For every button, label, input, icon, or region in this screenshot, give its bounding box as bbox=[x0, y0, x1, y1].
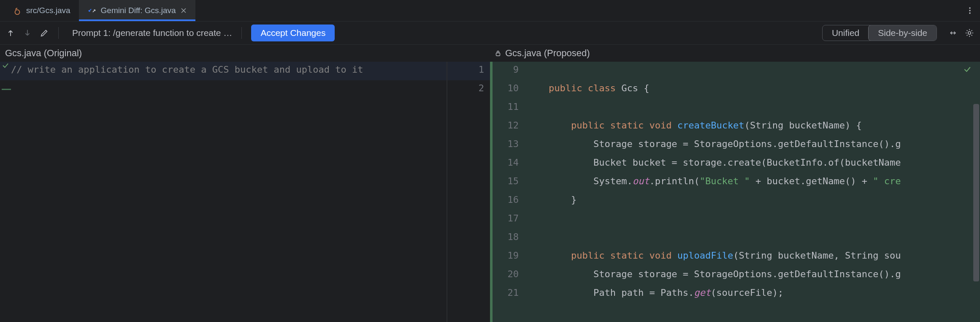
code-line: 16 } bbox=[493, 192, 980, 210]
code-text bbox=[526, 229, 980, 232]
code-text: } bbox=[526, 192, 980, 205]
code-text: Path path = Paths.get(sourceFile); bbox=[526, 285, 980, 298]
code-text: public class Gcs { bbox=[526, 80, 980, 93]
diff-icon bbox=[87, 6, 97, 15]
more-icon[interactable] bbox=[960, 6, 980, 15]
code-line: 15 System.out.println("Bucket " + bucket… bbox=[493, 173, 980, 192]
code-text: Bucket bucket = storage.create(BucketInf… bbox=[526, 155, 980, 168]
tab-label: src/Gcs.java bbox=[26, 6, 70, 15]
line-number: 14 bbox=[493, 155, 526, 168]
line-number: 1 bbox=[465, 62, 490, 75]
java-file-icon bbox=[13, 6, 22, 15]
code-text: Storage storage = StorageOptions.getDefa… bbox=[526, 266, 980, 279]
divider bbox=[241, 27, 242, 39]
code-line: 11 bbox=[493, 99, 980, 117]
line-number: 17 bbox=[493, 210, 526, 224]
scrollbar-thumb[interactable] bbox=[973, 104, 979, 281]
code-line: 2 bbox=[0, 80, 490, 99]
lock-icon bbox=[494, 49, 502, 57]
code-text bbox=[11, 80, 465, 83]
line-number: 9 bbox=[493, 62, 526, 75]
svg-point-2 bbox=[969, 10, 970, 11]
original-pane[interactable]: // write an application to create a GCS … bbox=[0, 62, 490, 322]
code-line: 19 public static void uploadFile(String … bbox=[493, 248, 980, 266]
code-line: 13 Storage storage = StorageOptions.getD… bbox=[493, 136, 980, 155]
view-unified-button[interactable]: Unified bbox=[823, 25, 869, 41]
gutter-separator bbox=[447, 62, 447, 322]
next-diff-icon[interactable] bbox=[23, 28, 32, 38]
code-text: Storage storage = StorageOptions.getDefa… bbox=[526, 136, 980, 149]
line-number: 16 bbox=[493, 192, 526, 205]
original-header: Gcs.java (Original) bbox=[0, 48, 490, 59]
svg-point-3 bbox=[969, 12, 970, 14]
code-text: public static void createBucket(String b… bbox=[526, 117, 980, 131]
tab-label: Gemini Diff: Gcs.java bbox=[101, 6, 176, 15]
gear-icon[interactable] bbox=[965, 28, 974, 38]
collapse-icon[interactable] bbox=[949, 29, 957, 37]
tab-src-gcs[interactable]: src/Gcs.java bbox=[4, 0, 79, 21]
tab-bar: src/Gcs.java Gemini Diff: Gcs.java bbox=[0, 0, 980, 22]
code-text bbox=[526, 99, 980, 101]
code-text bbox=[526, 62, 980, 64]
code-text: public static void uploadFile(String buc… bbox=[526, 248, 980, 261]
line-number: 10 bbox=[493, 80, 526, 93]
line-number: 18 bbox=[493, 229, 526, 242]
proposed-header-label: Gcs.java (Proposed) bbox=[505, 48, 590, 59]
code-line: 17 bbox=[493, 210, 980, 229]
view-mode-toggle: Unified Side-by-side bbox=[822, 25, 937, 41]
pane-headers: Gcs.java (Original) Gcs.java (Proposed) bbox=[0, 45, 980, 62]
svg-point-1 bbox=[969, 7, 970, 8]
code-line: 20 Storage storage = StorageOptions.getD… bbox=[493, 266, 980, 285]
prompt-label: Prompt 1: /generate function to create … bbox=[68, 28, 232, 38]
line-number: 21 bbox=[493, 285, 526, 298]
close-icon[interactable] bbox=[180, 7, 187, 14]
code-line: 10 public class Gcs { bbox=[493, 80, 980, 99]
line-number: 2 bbox=[465, 80, 490, 93]
line-number: 15 bbox=[493, 173, 526, 186]
line-number: 11 bbox=[493, 99, 526, 112]
diff-body: // write an application to create a GCS … bbox=[0, 62, 980, 322]
ok-check-icon bbox=[0, 62, 11, 69]
code-text: // write an application to create a GCS … bbox=[11, 62, 465, 75]
insert-marker-icon bbox=[2, 89, 11, 90]
view-sidebyside-button[interactable]: Side-by-side bbox=[869, 25, 937, 41]
prev-diff-icon[interactable] bbox=[6, 28, 15, 38]
code-line: 18 bbox=[493, 229, 980, 248]
line-number: 12 bbox=[493, 117, 526, 131]
code-line: 14 Bucket bucket = storage.create(Bucket… bbox=[493, 155, 980, 173]
code-text bbox=[526, 210, 980, 213]
divider bbox=[58, 27, 59, 39]
svg-rect-5 bbox=[496, 53, 500, 56]
accept-changes-button[interactable]: Accept Changes bbox=[251, 25, 335, 41]
svg-point-4 bbox=[968, 32, 971, 34]
scrollbar[interactable] bbox=[972, 79, 980, 315]
proposed-pane[interactable]: 910 public class Gcs {1112 public static… bbox=[490, 62, 980, 322]
edit-icon[interactable] bbox=[40, 28, 49, 38]
code-line: // write an application to create a GCS … bbox=[0, 62, 490, 80]
code-line: 9 bbox=[493, 62, 980, 80]
line-number: 19 bbox=[493, 248, 526, 261]
ok-check-icon bbox=[963, 65, 972, 76]
code-line: 12 public static void createBucket(Strin… bbox=[493, 117, 980, 136]
line-number: 13 bbox=[493, 136, 526, 149]
svg-point-0 bbox=[15, 10, 20, 14]
proposed-header: Gcs.java (Proposed) bbox=[490, 48, 980, 59]
code-text: System.out.println("Bucket " + bucket.ge… bbox=[526, 173, 980, 186]
tab-gemini-diff[interactable]: Gemini Diff: Gcs.java bbox=[79, 0, 195, 21]
diff-toolbar: Prompt 1: /generate function to create …… bbox=[0, 22, 980, 45]
code-line: 21 Path path = Paths.get(sourceFile); bbox=[493, 285, 980, 303]
line-number: 20 bbox=[493, 266, 526, 279]
